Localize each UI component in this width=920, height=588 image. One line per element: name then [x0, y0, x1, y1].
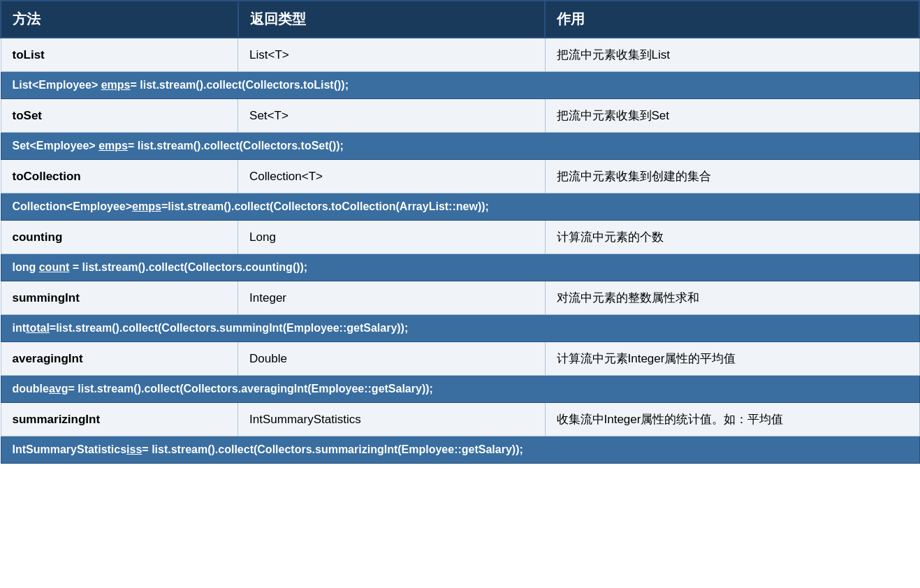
code-row: inttotal=list.stream().collect(Collector… — [1, 315, 919, 342]
header-method: 方法 — [1, 1, 238, 38]
underlined-word: count — [39, 261, 70, 273]
desc-cell: 把流中元素收集到List — [545, 38, 919, 72]
table-row: toSetSet<T>把流中元素收集到Set — [1, 99, 919, 133]
table-row: summarizingIntIntSummaryStatistics收集流中In… — [1, 403, 919, 436]
return-cell: List<T> — [238, 38, 545, 72]
code-row: Set<Employee> emps= list.stream().collec… — [1, 133, 919, 160]
method-cell: averagingInt — [1, 342, 238, 376]
collectors-table: 方法 返回类型 作用 toListList<T>把流中元素收集到ListList… — [0, 0, 920, 464]
desc-cell: 对流中元素的整数属性求和 — [545, 281, 919, 315]
header-return: 返回类型 — [238, 1, 545, 38]
desc-cell: 计算流中元素的个数 — [545, 221, 919, 254]
code-cell: inttotal=list.stream().collect(Collector… — [1, 315, 919, 342]
table-row: summingIntInteger对流中元素的整数属性求和 — [1, 281, 919, 315]
table-row: toCollectionCollection<T>把流中元素收集到创建的集合 — [1, 160, 919, 193]
underlined-word: emps — [132, 200, 161, 212]
method-cell: counting — [1, 221, 238, 254]
code-cell: IntSummaryStatisticsiss= list.stream().c… — [1, 436, 919, 464]
code-row: long count = list.stream().collect(Colle… — [1, 254, 919, 281]
code-row: List<Employee> emps= list.stream().colle… — [1, 72, 919, 99]
code-row: doubleavg= list.stream().collect(Collect… — [1, 376, 919, 403]
underlined-word: total — [26, 322, 50, 334]
code-cell: long count = list.stream().collect(Colle… — [1, 254, 919, 281]
code-cell: List<Employee> emps= list.stream().colle… — [1, 72, 919, 99]
return-cell: Double — [238, 342, 545, 376]
return-cell: Integer — [238, 281, 545, 315]
table-row: countingLong计算流中元素的个数 — [1, 221, 919, 254]
underlined-word: avg — [49, 383, 68, 395]
return-cell: IntSummaryStatistics — [238, 403, 545, 436]
method-cell: toList — [1, 38, 238, 72]
method-cell: toSet — [1, 99, 238, 133]
return-cell: Set<T> — [238, 99, 545, 133]
table-header: 方法 返回类型 作用 — [1, 1, 919, 38]
table-row: averagingIntDouble计算流中元素Integer属性的平均值 — [1, 342, 919, 376]
desc-cell: 收集流中Integer属性的统计值。如：平均值 — [545, 403, 919, 436]
method-cell: summingInt — [1, 281, 238, 315]
method-cell: summarizingInt — [1, 403, 238, 436]
method-cell: toCollection — [1, 160, 238, 193]
return-cell: Collection<T> — [238, 160, 545, 193]
return-cell: Long — [238, 221, 545, 254]
desc-cell: 计算流中元素Integer属性的平均值 — [545, 342, 919, 376]
code-cell: doubleavg= list.stream().collect(Collect… — [1, 376, 919, 403]
desc-cell: 把流中元素收集到创建的集合 — [545, 160, 919, 193]
desc-cell: 把流中元素收集到Set — [545, 99, 919, 133]
underlined-word: iss — [126, 443, 142, 455]
code-cell: Set<Employee> emps= list.stream().collec… — [1, 133, 919, 160]
code-row: Collection<Employee>emps=list.stream().c… — [1, 193, 919, 221]
underlined-word: emps — [98, 140, 128, 152]
header-desc: 作用 — [545, 1, 919, 38]
code-row: IntSummaryStatisticsiss= list.stream().c… — [1, 436, 919, 464]
code-cell: Collection<Employee>emps=list.stream().c… — [1, 193, 919, 221]
table-row: toListList<T>把流中元素收集到List — [1, 38, 919, 72]
underlined-word: emps — [101, 79, 131, 91]
